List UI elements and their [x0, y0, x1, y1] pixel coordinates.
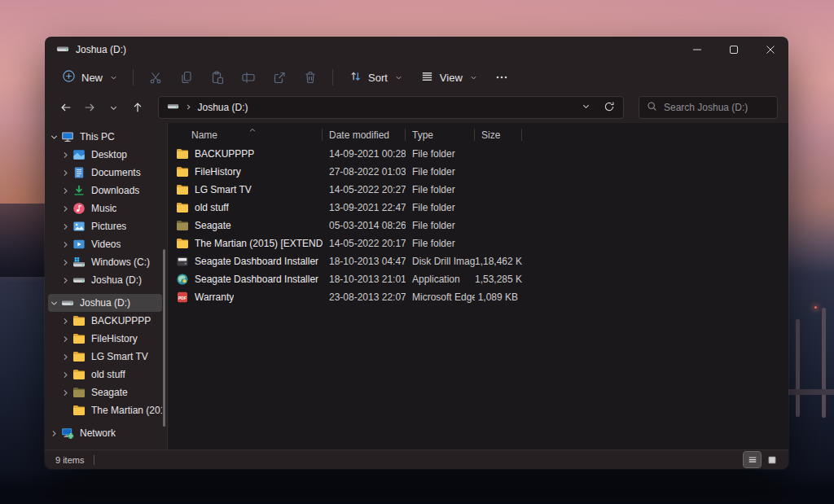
sidebar-item[interactable]: The Martian (2015) [EXTENDED] [REPACK — [48, 401, 162, 419]
file-name: LG Smart TV — [195, 184, 252, 195]
file-row[interactable]: LG Smart TV14-05-2022 20:27File folder — [172, 181, 788, 199]
chevron-right-icon[interactable] — [59, 276, 72, 285]
maximize-button[interactable] — [715, 37, 752, 63]
file-size: 1,53,285 KB — [475, 274, 522, 285]
close-button[interactable] — [752, 37, 788, 63]
search-icon — [647, 101, 657, 114]
status-divider — [94, 455, 94, 465]
chevron-down-icon[interactable] — [48, 133, 60, 142]
file-row[interactable]: FileHistory27-08-2022 01:03File folder — [172, 163, 788, 181]
chevron-right-icon[interactable] — [59, 353, 72, 362]
sidebar-item[interactable]: Windows (C:) — [48, 253, 162, 271]
up-button[interactable] — [127, 97, 147, 118]
file-row[interactable]: The Martian (2015) [EXTENDED] [REPACK...… — [172, 234, 788, 252]
file-date-modified: 13-09-2021 22:47 — [323, 202, 406, 213]
cut-button[interactable] — [142, 66, 169, 89]
sidebar-item[interactable]: Downloads — [48, 182, 162, 199]
sidebar-item[interactable]: Documents — [48, 164, 162, 182]
sidebar-item[interactable]: LG Smart TV — [48, 348, 162, 366]
wallpaper-bridge — [788, 308, 834, 438]
sidebar-item-label: BACKUPPPP — [91, 315, 151, 327]
chevron-right-icon[interactable] — [59, 169, 72, 177]
sidebar-item[interactable]: old stuff — [48, 366, 162, 383]
svg-text:PDF: PDF — [178, 296, 187, 300]
folder-icon — [72, 368, 86, 381]
column-header-type[interactable]: Type — [406, 125, 475, 145]
sidebar-item[interactable]: Network — [48, 424, 162, 442]
column-header-date-modified[interactable]: Date modified — [323, 125, 406, 145]
file-type: File folder — [406, 184, 475, 195]
details-view-button[interactable] — [744, 452, 761, 467]
sidebar-item-label: Music — [91, 203, 116, 214]
file-date-modified: 27-08-2022 01:03 — [323, 166, 406, 177]
folder-icon — [176, 165, 189, 178]
chevron-right-icon[interactable] — [59, 222, 72, 231]
sidebar-item[interactable]: Videos — [48, 235, 162, 253]
delete-button[interactable] — [296, 66, 324, 89]
sidebar-item-label: LG Smart TV — [91, 351, 148, 362]
new-button[interactable]: New — [55, 65, 125, 90]
file-date-modified: 18-10-2013 04:47 — [323, 256, 406, 267]
file-date-modified: 14-09-2021 00:28 — [323, 148, 406, 160]
address-dropdown-button[interactable] — [582, 102, 590, 113]
file-name: old stuff — [195, 202, 229, 213]
file-row[interactable]: BACKUPPPP14-09-2021 00:28File folder — [172, 145, 788, 163]
chevron-right-icon[interactable] — [59, 204, 72, 213]
file-row[interactable]: PDFWarranty23-08-2013 22:07Microsoft Edg… — [172, 288, 788, 306]
view-button[interactable]: View — [413, 65, 485, 90]
file-row[interactable]: Seagate Dashboard Installer18-10-2013 21… — [172, 270, 788, 288]
breadcrumb-location[interactable]: Joshua (D:) — [198, 102, 248, 113]
sidebar-item[interactable]: Joshua (D:) — [48, 271, 162, 289]
file-row[interactable]: Seagate05-03-2014 08:26File folder — [172, 217, 788, 234]
folder-icon — [72, 332, 86, 345]
file-name: BACKUPPPP — [195, 148, 254, 160]
sidebar-item[interactable]: FileHistory — [48, 330, 162, 348]
file-type: File folder — [406, 220, 475, 231]
share-button[interactable] — [266, 66, 293, 89]
address-bar[interactable]: Joshua (D:) — [158, 96, 624, 119]
chevron-right-icon[interactable] — [59, 335, 72, 344]
file-row[interactable]: Seagate Dashboard Installer18-10-2013 04… — [172, 252, 788, 270]
sort-button[interactable]: Sort — [341, 65, 410, 90]
sidebar-item[interactable]: BACKUPPPP — [48, 312, 162, 330]
sidebar-item[interactable]: Seagate — [48, 383, 162, 401]
sidebar-item[interactable]: Desktop — [48, 146, 162, 164]
chevron-right-icon[interactable] — [59, 388, 72, 397]
chevron-right-icon[interactable] — [59, 317, 72, 326]
chevron-right-icon[interactable] — [59, 370, 72, 379]
desktop-icon — [72, 148, 86, 161]
sidebar-item-label: old stuff — [91, 369, 125, 380]
chevron-right-icon[interactable] — [59, 186, 72, 195]
more-options-button[interactable] — [488, 66, 516, 89]
copy-button[interactable] — [173, 66, 200, 89]
drive-icon — [56, 42, 69, 58]
chevron-down-icon[interactable] — [48, 299, 60, 308]
file-name: Seagate Dashboard Installer — [195, 274, 318, 285]
sidebar-item[interactable]: Pictures — [48, 217, 162, 235]
back-button[interactable] — [55, 97, 76, 118]
sidebar-item[interactable]: Joshua (D:) — [48, 294, 162, 312]
file-name: Seagate Dashboard Installer — [195, 256, 318, 267]
paste-button[interactable] — [204, 66, 231, 89]
sidebar-scrollbar[interactable] — [163, 249, 165, 427]
sidebar-item[interactable]: This PC — [48, 128, 162, 146]
chevron-right-icon[interactable] — [59, 258, 72, 267]
search-input[interactable] — [664, 102, 770, 113]
column-header-name[interactable]: Name — [172, 125, 323, 145]
chevron-right-icon[interactable] — [59, 240, 72, 249]
forward-button[interactable] — [79, 97, 99, 118]
refresh-button[interactable] — [604, 101, 615, 115]
rename-button[interactable] — [235, 66, 262, 89]
chevron-right-icon[interactable] — [48, 429, 60, 438]
new-plus-icon — [62, 69, 76, 85]
large-icons-view-button[interactable] — [763, 452, 780, 467]
navigation-bar: Joshua (D:) — [45, 92, 788, 123]
chevron-right-icon[interactable] — [59, 151, 72, 160]
minimize-button[interactable] — [678, 37, 715, 63]
file-row[interactable]: old stuff13-09-2021 22:47File folder — [172, 199, 788, 217]
chevron-down-icon — [395, 74, 402, 81]
sidebar-tree: This PCDesktopDocumentsDownloadsMusicPic… — [45, 128, 167, 442]
recent-locations-button[interactable] — [103, 97, 124, 118]
sidebar-item[interactable]: Music — [48, 199, 162, 217]
column-header-size[interactable]: Size — [475, 125, 522, 145]
